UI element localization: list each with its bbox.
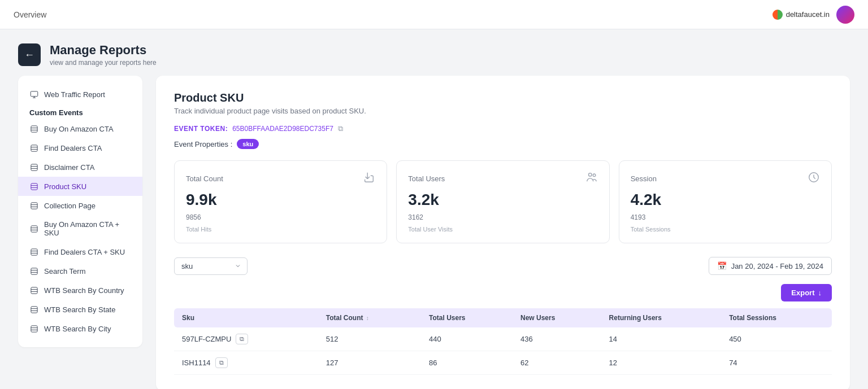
event-token-label: EVENT TOKEN: [174,125,228,133]
stat-card-title: Session [631,174,657,183]
date-picker[interactable]: 📅 Jan 20, 2024 - Feb 19, 2024 [709,257,832,275]
table-cell-sku: 597LF-CZMPU ⧉ [174,327,318,351]
back-button[interactable]: ← [18,43,41,66]
svg-rect-18 [31,225,37,231]
table-cell-total-count: 127 [318,351,421,375]
sidebar-item-label: Find Dealers CTA [44,144,102,152]
stat-sublabel: Total User Visits [408,226,597,233]
table-cell-total-users: 440 [421,327,513,351]
sidebar-item-label: Product SKU [44,182,86,191]
sidebar-item-buy-amazon-sku[interactable]: Buy On Amazon CTA + SKU [18,215,142,242]
sidebar-item-disclaimer[interactable]: Disclaimer CTA [18,158,142,177]
page-container: ← Manage Reports view and manage your re… [0,29,868,389]
event-token-value: 65B0BFFAADAE2D98EDC735F7 [232,125,333,133]
calendar-icon: 📅 [717,261,727,270]
sidebar-item-label: Buy On Amazon CTA [44,125,114,133]
cursor-click-icon [363,171,375,186]
sku-badge: sku [237,139,259,149]
sidebar-item-label: Search Term [44,267,85,276]
col-header-returning-users: Returning Users [601,308,722,327]
event-token-row: EVENT TOKEN: 65B0BFFAADAE2D98EDC735F7 ⧉ [174,124,832,133]
monitor-icon [29,90,38,99]
sidebar-item-collection-page[interactable]: Collection Page [18,196,142,215]
stat-card-header: Session [631,171,820,186]
filter-row: sku 📅 Jan 20, 2024 - Feb 19, 2024 [174,257,832,275]
sku-filter-select[interactable]: sku [174,257,248,275]
table-cell-total-users: 86 [421,351,513,375]
data-table: Sku Total Count ↕ Total Users New Users … [174,308,832,375]
stat-sublabel: Total Sessions [631,226,820,233]
tag-icon-11 [29,324,38,333]
export-button[interactable]: Export ↓ [781,284,832,301]
overview-link[interactable]: Overview [14,10,46,19]
sidebar-item-buy-amazon[interactable]: Buy On Amazon CTA [18,119,142,138]
top-navigation: Overview deltafaucet.in [0,0,868,29]
sidebar-item-label: WTB Search By City [44,325,111,333]
sidebar-item-wtb-country[interactable]: WTB Search By Country [18,281,142,300]
tag-icon-5 [29,201,38,210]
stat-card-title: Total Count [186,174,223,183]
col-header-total-count[interactable]: Total Count ↕ [318,308,421,327]
avatar[interactable] [836,6,854,24]
sidebar-item-find-dealers[interactable]: Find Dealers CTA [18,138,142,158]
stat-sublabel: Total Hits [186,226,375,233]
content-title: Product SKU [174,91,832,104]
event-props-row: Event Properties : sku [174,139,832,149]
stat-card-total-users: Total Users 3.2k 3162 Total User Visits [396,160,609,243]
col-header-total-sessions: Total Sessions [721,308,832,327]
sku-value: 597LF-CZMPU [182,335,231,343]
stat-card-title: Total Users [408,174,445,183]
site-status-dot [772,10,783,20]
table-cell-returning-users: 14 [601,327,722,351]
sidebar-item-wtb-city[interactable]: WTB Search By City [18,319,142,338]
svg-rect-27 [31,287,37,293]
sidebar-item-label: WTB Search By Country [44,286,124,295]
content-subtitle: Track individual product page visits bas… [174,107,832,115]
sku-value: ISH1114 [182,359,211,367]
page-title: Manage Reports [50,43,157,58]
stat-value: 9.9k [186,191,375,209]
copy-sku-button[interactable]: ⧉ [236,334,248,344]
stat-card-header: Total Count [186,171,375,186]
main-layout: Web Traffic Report Custom Events Buy On … [0,76,868,389]
svg-rect-33 [31,325,37,331]
stat-raw: 9856 [186,213,375,221]
col-header-new-users: New Users [513,308,601,327]
stats-row: Total Count 9.9k 9856 Total Hits Total U… [174,160,832,243]
export-label: Export [791,289,814,297]
sidebar-item-search-term[interactable]: Search Term [18,261,142,281]
stat-raw: 3162 [408,213,597,221]
custom-events-label: Custom Events [18,104,142,119]
page-subtitle: view and manage your reports here [50,59,157,67]
sidebar-item-label: Find Dealers CTA + SKU [44,248,125,256]
sidebar: Web Traffic Report Custom Events Buy On … [18,76,142,347]
table-cell-sku: ISH1114 ⧉ [174,351,318,375]
clock-icon [808,171,820,186]
sidebar-item-label: Collection Page [44,202,96,210]
site-name: deltafaucet.in [786,10,830,19]
sidebar-item-wtb-state[interactable]: WTB Search By State [18,300,142,319]
copy-sku-button[interactable]: ⧉ [215,357,228,368]
svg-rect-21 [31,248,37,255]
svg-rect-15 [31,202,37,208]
sidebar-item-product-sku[interactable]: Product SKU [18,177,142,196]
svg-point-36 [588,173,592,177]
tag-icon-4 [29,182,38,191]
sidebar-item-web-traffic[interactable]: Web Traffic Report [18,85,142,104]
download-icon: ↓ [818,289,822,297]
topnav-right: deltafaucet.in [772,6,854,24]
stat-card-session: Session 4.2k 4193 Total Sessions [619,160,832,243]
tag-icon-10 [29,305,38,314]
svg-point-37 [593,174,596,177]
table-cell-total-sessions: 74 [721,351,832,375]
table-row: ISH1114 ⧉ 127 86 62 12 74 [174,351,832,375]
table-row: 597LF-CZMPU ⧉ 512 440 436 14 450 [174,327,832,351]
sidebar-item-label: Buy On Amazon CTA + SKU [44,220,131,237]
copy-token-icon[interactable]: ⧉ [338,124,343,133]
sidebar-item-find-dealers-sku[interactable]: Find Dealers CTA + SKU [18,242,142,261]
svg-rect-0 [31,91,38,96]
main-content: Product SKU Track individual product pag… [156,76,850,389]
sort-icon: ↕ [366,315,369,321]
table-cell-total-count: 512 [318,327,421,351]
page-header: ← Manage Reports view and manage your re… [0,29,868,76]
